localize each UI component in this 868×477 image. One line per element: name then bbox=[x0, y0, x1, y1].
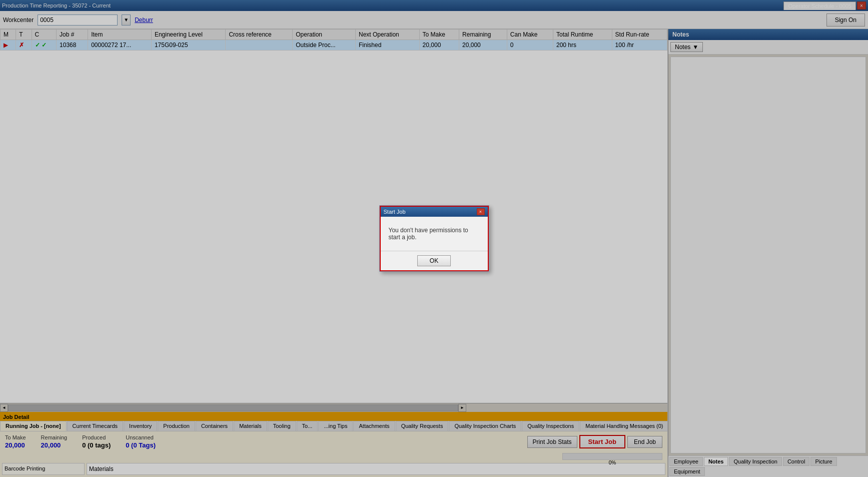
modal-overlay: Start Job × You don't have permissions t… bbox=[0, 0, 868, 477]
modal-body: You don't have permissions to start a jo… bbox=[381, 217, 488, 251]
modal-ok-button[interactable]: OK bbox=[417, 255, 451, 266]
modal-title-bar: Start Job × bbox=[381, 207, 488, 217]
modal-close-button[interactable]: × bbox=[477, 208, 485, 215]
modal-title: Start Job bbox=[384, 209, 406, 215]
modal-message: You don't have permissions to start a jo… bbox=[389, 227, 468, 241]
modal-footer: OK bbox=[381, 251, 488, 270]
modal-dialog: Start Job × You don't have permissions t… bbox=[379, 205, 489, 272]
modal-dialog-inner: Start Job × You don't have permissions t… bbox=[380, 206, 489, 271]
